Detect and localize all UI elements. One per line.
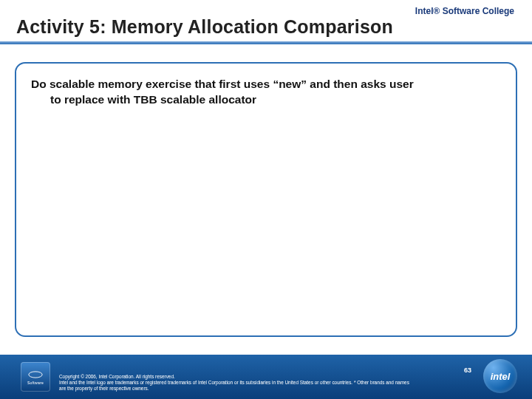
intel-logo-text: intel [491,371,511,382]
title-divider [0,41,532,44]
body-line-2: to replace with TBB scalable allocator [31,92,501,108]
footer-bar: Software Copyright © 2006, Intel Corpora… [0,355,532,399]
page-number: 63 [464,366,471,374]
content-box: Do scalable memory exercise that first u… [15,62,517,337]
svg-point-0 [29,372,42,378]
body-text: Do scalable memory exercise that first u… [31,77,501,108]
legal-line-2: Intel and the Intel logo are trademarks … [59,380,414,392]
intel-software-badge-icon: Software [21,362,50,392]
intel-logo-icon: intel [483,359,517,393]
intel-swoosh-icon [27,369,44,381]
legal-text: Copyright © 2006, Intel Corporation. All… [59,374,414,392]
brand-label: Intel® Software College [415,6,514,16]
legal-line-1: Copyright © 2006, Intel Corporation. All… [59,374,414,380]
slide-title: Activity 5: Memory Allocation Comparison [16,16,393,38]
badge-caption: Software [27,381,44,385]
body-line-1: Do scalable memory exercise that first u… [31,78,414,90]
slide: Intel® Software College Activity 5: Memo… [0,0,532,399]
